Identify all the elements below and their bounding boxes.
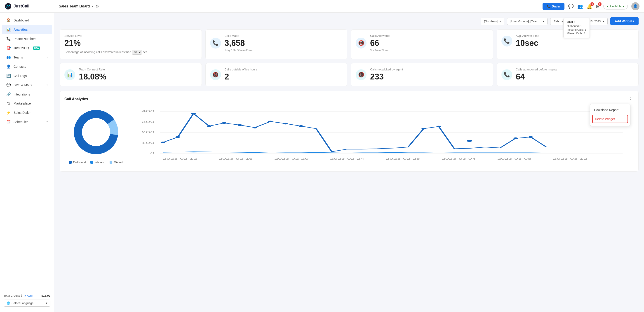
dialer-phone-icon: 📞 [546,4,550,8]
legend-item-outbound: Outbound [69,161,86,164]
sidebar-label-sales-dialer: Sales Dialer [14,111,30,114]
sidebar-label-justcall-iq: JustCall IQ [14,46,29,50]
dialer-button[interactable]: 📞 Dialer [542,3,565,10]
sidebar-item-sms-mms[interactable]: 💬 SMS & MMS ▾ [2,81,52,89]
delete-widget-item[interactable]: Delete Widget [592,115,628,123]
chevron-scheduler-icon: ▾ [46,121,48,123]
add-widgets-button[interactable]: Add Widgets [610,17,638,25]
stat-icon-calls-not-picked: 📵 [356,69,366,80]
stat-label-calls-not-picked: Calls not picked by agent [370,68,403,71]
stat-card-calls-not-picked: 📵 Calls not picked by agent 233 [351,63,493,86]
svg-text:2023-03-12: 2023-03-12 [553,157,587,160]
language-selector[interactable]: 🌐 Select Language ▾ [4,300,50,307]
stat-inner-team-connect-rate: 📊 Team Connect Rate 18.08% [64,68,197,81]
logo-area: JustCall [4,3,54,10]
avatar-icon: 👤 [633,4,638,8]
marketplace-icon: 🛍 [6,101,11,105]
user-avatar[interactable]: 👤 [631,2,640,10]
settings-icon[interactable]: ⚙ [95,4,99,9]
stat-label-calls-made: Calls Made [224,34,253,37]
sidebar-item-analytics[interactable]: 📊 Analytics [2,25,52,34]
stat-sub-calls-made: 1day 13hr 58min 45sec [224,49,253,52]
stat-label-service-level: Service Level [64,34,197,37]
grid-icon-btn[interactable]: ⊞ 6 [596,3,600,9]
legend-item-inbound: Inbound [90,161,105,164]
stat-icon-avg-answer-time: 📞 [502,36,512,46]
bell-icon-btn[interactable]: 🔔 3 [586,3,592,9]
bell-badge: 3 [590,2,594,6]
svg-point-28 [222,122,226,124]
chart-area: Outbound Inbound Missed 400 [64,107,634,167]
stat-label-calls-answered: Calls Answered [370,34,390,37]
sidebar-item-dashboard[interactable]: 🏠 Dashboard [2,16,52,25]
stat-card-calls-abandoned: 📞 Calls abandoned before ringing 64 [497,63,639,86]
numbers-filter-chevron: ▾ [500,20,501,23]
justcall-iq-icon: 🎯 [6,46,11,50]
sidebar-label-teams: Teams [14,55,23,59]
sidebar-item-marketplace[interactable]: 🛍 Marketplace [2,99,52,108]
stat-icon-calls-outside: 📵 [210,69,221,80]
board-selector[interactable]: Sales Team Board ▾ [59,4,93,8]
svg-text:300: 300 [142,120,154,123]
sidebar-nav: 🏠 Dashboard 📊 Analytics 📞 Phone Numbers … [0,15,54,127]
stat-card-calls-answered: 📵 Calls Answered 66 3hr 1min 22sec [351,29,493,59]
svg-point-38 [528,136,533,138]
stat-value-service-level: 21% [64,38,197,48]
stat-label-calls-outside: Calls outside office hours [224,68,257,71]
sidebar-label-sms-mms: SMS & MMS [14,83,32,87]
numbers-filter[interactable]: [Numbers] ▾ [481,17,504,25]
download-report-item[interactable]: Download Report [590,106,630,114]
sidebar-item-phone-numbers[interactable]: 📞 Phone Numbers [2,34,52,43]
chevron-sms-mms-icon: ▾ [46,84,48,86]
legend-dot-outbound [69,161,72,164]
sec-selector[interactable]: 3060 [132,50,142,55]
sidebar-item-justcall-iq[interactable]: 🎯 JustCall IQ NEW [2,43,52,52]
svg-text:2023-02-16: 2023-02-16 [218,157,253,160]
stat-inner-calls-outside: 📵 Calls outside office hours 2 [210,68,343,81]
more-menu-button[interactable]: ⋮ [628,95,634,103]
logo-text: JustCall [14,4,30,8]
svg-text:2023-03-04: 2023-03-04 [442,157,476,160]
sidebar-item-contacts[interactable]: 👤 Contacts [2,62,52,71]
stat-sub-calls-answered: 3hr 1min 22sec [370,49,390,52]
sidebar-item-integrations[interactable]: 🔗 Integrations [2,90,52,99]
users-icon-btn[interactable]: 👥 [577,3,583,9]
sidebar-item-sales-dialer[interactable]: ⚡ Sales Dialer [2,108,52,117]
svg-text:2023-03-08: 2023-03-08 [497,157,532,160]
phone-numbers-icon: 📞 [6,36,11,41]
stat-label-team-connect-rate: Team Connect Rate [79,68,106,71]
sidebar-label-phone-numbers: Phone Numbers [14,37,36,41]
header-right: 📞 Dialer 💬 👥 🔔 3 ⊞ 6 ● Available ▾ 👤 [542,2,640,10]
svg-point-1 [6,7,7,8]
groups-filter[interactable]: [User Groups], [Team... ▾ [507,17,548,25]
stat-label-calls-abandoned: Calls abandoned before ringing [516,68,557,71]
sidebar-label-marketplace: Marketplace [14,102,31,105]
legend-label-missed: Missed [114,161,123,164]
svg-point-31 [268,121,273,122]
stat-card-team-connect-rate: 📊 Team Connect Rate 18.08% [60,63,202,86]
scheduler-icon: 📅 [6,120,11,124]
credits-add[interactable]: (+ Add) [24,294,32,297]
sidebar-item-call-logs[interactable]: 🔄 Call Logs [2,71,52,80]
sms-mms-icon: 💬 [6,83,11,87]
stat-value-calls-not-picked: 233 [370,72,403,81]
sidebar-item-teams[interactable]: 👥 Teams ▾ [2,53,52,62]
svg-text:0: 0 [150,151,154,155]
status-selector[interactable]: ● Available ▾ [603,3,628,9]
main-content: [Numbers] ▾ [User Groups], [Team... ▾ Fe… [54,13,644,312]
numbers-filter-label: [Numbers] [484,20,498,23]
contacts-icon: 👤 [6,64,11,69]
status-chevron-icon: ▾ [623,4,624,8]
credits-info-icon: ℹ [21,294,22,297]
grid-badge: 6 [598,2,602,6]
sidebar-item-scheduler[interactable]: 📅 Scheduler ▾ [2,117,52,126]
line-chart-area: 400 300 200 100 0 2023-02-12 2023-02-16 … [132,107,634,167]
justcall-logo-icon [4,3,12,10]
stat-icon-calls-answered: 📵 [356,38,366,48]
legend-item-missed: Missed [110,161,123,164]
donut-chart-area: Outbound Inbound Missed [64,107,128,167]
svg-point-26 [191,113,196,114]
chat-icon-btn[interactable]: 💬 [568,3,574,9]
line-chart: 400 300 200 100 0 2023-02-12 2023-02-16 … [132,107,634,166]
sidebar-label-contacts: Contacts [14,65,26,68]
